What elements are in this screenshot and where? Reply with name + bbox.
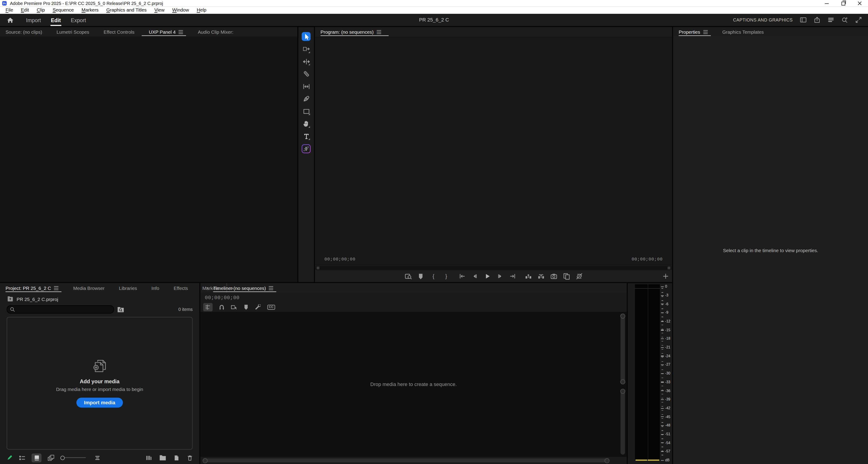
menu-item[interactable]: Graphics and Titles (102, 6, 151, 14)
tab-media-browser[interactable]: Media Browser (66, 283, 112, 293)
extract-button[interactable] (537, 272, 545, 280)
rectangle-tool[interactable] (302, 107, 311, 115)
track-select-forward-tool[interactable] (302, 44, 311, 53)
fullscreen-button[interactable] (855, 16, 862, 23)
tab-effects[interactable]: Effects (166, 283, 195, 293)
project-search-box[interactable] (6, 305, 114, 313)
project-root-item[interactable]: PR 25_6_2 C.prproj (0, 294, 199, 304)
audio-meters-panel[interactable]: 0 -3 -6 -9 -12 -15 -18 -21 (628, 283, 672, 464)
mark-out-button[interactable]: } (442, 272, 450, 280)
freeform-view-button[interactable] (48, 454, 54, 461)
menu-item[interactable]: File (2, 6, 17, 14)
timeline-add-marker-button[interactable] (244, 304, 249, 310)
search-bin-button[interactable] (118, 306, 124, 312)
tab-import[interactable]: Import (22, 14, 45, 26)
tab-uxp-panel[interactable]: UXP Panel 4 (142, 27, 191, 37)
quick-search-button[interactable] (841, 16, 848, 23)
media-drop-zone[interactable]: Add your media Drag media here or import… (6, 317, 193, 450)
tab-export[interactable]: Export (66, 14, 90, 26)
program-zoom-scrollbar[interactable] (315, 266, 672, 270)
button-editor-add[interactable] (663, 270, 669, 282)
tab-effect-controls[interactable]: Effect Controls (96, 27, 142, 37)
playhead-timecode[interactable]: 00;00;00;00 (324, 257, 355, 262)
add-marker-button[interactable] (417, 272, 425, 280)
zoom-slider-track[interactable] (65, 457, 86, 458)
type-tool[interactable] (302, 132, 311, 140)
icon-view-button[interactable] (31, 453, 41, 462)
tab-properties[interactable]: Properties (679, 27, 715, 37)
pen-tool[interactable] (302, 94, 311, 103)
tab-audio-clip-mixer[interactable]: Audio Clip Mixer: (191, 27, 241, 37)
lift-button[interactable] (524, 272, 532, 280)
panel-menu-icon[interactable] (269, 286, 274, 290)
menu-item[interactable]: Sequence (49, 6, 78, 14)
captions-and-graphics-label[interactable]: CAPTIONS AND GRAPHICS (733, 18, 793, 22)
close-button[interactable] (851, 0, 868, 6)
mark-in-button[interactable]: { (430, 272, 437, 280)
hand-tool[interactable] (302, 119, 311, 128)
tab-lumetri-scopes[interactable]: Lumetri Scopes (49, 27, 96, 37)
snap-magnet-icon (219, 304, 225, 310)
zoom-slider-knob[interactable] (60, 455, 65, 460)
menu-item[interactable]: View (151, 6, 168, 14)
tab-project[interactable]: Project: PR 25_6_2 C (5, 283, 66, 293)
tab-graphics-templates[interactable]: Graphics Templates (715, 27, 771, 37)
menu-item[interactable]: Clip (33, 6, 49, 14)
tab-libraries[interactable]: Libraries (112, 283, 144, 293)
export-frame-button[interactable] (550, 272, 557, 280)
panel-menu-icon[interactable] (376, 30, 381, 34)
audio-tracks-scrollbar[interactable] (621, 389, 625, 455)
tab-info[interactable]: Info (144, 283, 166, 293)
step-forward-button[interactable] (496, 272, 504, 280)
project-search-input[interactable] (17, 306, 111, 312)
panel-layout-button[interactable] (800, 16, 806, 23)
share-button[interactable] (814, 16, 820, 23)
multicam-view-button[interactable] (562, 272, 570, 280)
razor-tool[interactable] (302, 69, 311, 78)
play-button[interactable] (483, 272, 491, 280)
menu-item[interactable]: Markers (78, 6, 102, 14)
generative-extend-tool[interactable] (302, 144, 311, 153)
panel-menu-icon[interactable] (703, 30, 708, 34)
new-item-button[interactable] (174, 454, 180, 461)
panel-menu-icon[interactable] (54, 286, 59, 290)
video-tracks-scrollbar[interactable] (621, 314, 625, 384)
automate-to-sequence-button[interactable] (146, 454, 152, 461)
comparison-view-button[interactable] (404, 272, 412, 280)
panel-menu-icon[interactable] (178, 30, 183, 34)
tab-source[interactable]: Source: (no clips) (5, 27, 49, 37)
slip-tool[interactable] (302, 82, 311, 91)
menu-item[interactable]: Help (193, 6, 210, 14)
sort-button[interactable] (94, 454, 101, 461)
go-to-in-button[interactable] (458, 272, 466, 280)
restore-button[interactable] (835, 0, 851, 6)
home-button[interactable] (6, 17, 14, 23)
timeline-settings-button[interactable] (255, 304, 261, 310)
step-back-button[interactable] (470, 272, 478, 280)
list-view-button[interactable] (19, 454, 25, 461)
minimize-button[interactable] (818, 0, 835, 6)
timeline-horizontal-scrollbar[interactable] (200, 457, 626, 464)
project-writable-indicator[interactable] (6, 454, 13, 461)
captions-button[interactable]: CC (267, 304, 275, 309)
menu-item[interactable]: Window (168, 6, 193, 14)
properties-panel: Properties Graphics Templates Select a c… (673, 27, 868, 464)
ripple-edit-tool[interactable] (302, 57, 311, 66)
menu-item[interactable]: Edit (17, 6, 33, 14)
tab-timeline[interactable]: Timeline: (no sequences) (213, 283, 281, 293)
insert-overwrite-settings-button[interactable] (203, 303, 213, 311)
linked-selection-button[interactable] (231, 304, 238, 310)
go-to-out-button[interactable] (509, 272, 517, 280)
selection-tool[interactable] (302, 32, 311, 41)
snap-button[interactable] (219, 304, 225, 310)
import-media-button[interactable]: Import media (76, 398, 123, 408)
timeline-track-area[interactable]: Drop media here to create a sequence. (200, 312, 626, 457)
delete-button[interactable] (186, 454, 193, 461)
global-fx-mute-button[interactable] (575, 272, 583, 280)
tab-edit[interactable]: Edit (46, 14, 65, 26)
tab-program[interactable]: Program: (no sequences) (320, 27, 389, 37)
workspaces-button[interactable] (828, 16, 834, 23)
zoom-slider[interactable] (60, 455, 86, 460)
timeline-timecode[interactable]: 00;00;00;00 (205, 295, 240, 300)
new-bin-button[interactable] (159, 455, 166, 461)
